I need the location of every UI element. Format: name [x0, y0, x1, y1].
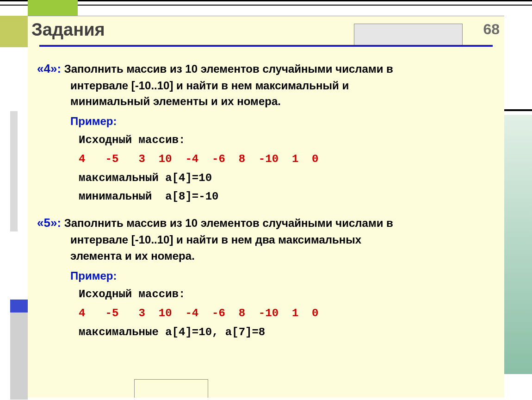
deco-left-gray — [10, 111, 18, 231]
task5-label: «5»: — [37, 216, 61, 230]
deco-top-gray-box — [354, 24, 463, 46]
deco-left-gray2 — [10, 312, 28, 400]
task5-max: максимальные a[4]=10, a[7]=8 — [37, 325, 495, 341]
task-5: «5»: Заполнить массив из 10 элементов сл… — [37, 214, 495, 340]
task5-src-label: Исходный массив: — [37, 287, 495, 303]
content-area: «4»: Заполнить массив из 10 элементов сл… — [37, 60, 495, 341]
deco-left-olive — [0, 16, 28, 47]
top-border — [0, 0, 532, 1]
page-number: 68 — [483, 21, 500, 38]
deco-left-blue — [10, 300, 28, 312]
task5-array: 4 -5 3 10 -4 -6 8 -10 1 0 — [37, 306, 495, 322]
task4-label: «4»: — [37, 62, 61, 75]
task5-line3: элемента и их номера. — [37, 248, 495, 264]
title-underline — [39, 45, 493, 47]
slide-title: Задания — [31, 20, 105, 40]
task4-example-label: Пример: — [37, 113, 495, 130]
task4-array: 4 -5 3 10 -4 -6 8 -10 1 0 — [37, 151, 495, 168]
slide-body: 68 Задания «4»: Заполнить массив из 10 э… — [28, 16, 504, 398]
task4-line1: Заполнить массив из 10 элементов случайн… — [64, 62, 393, 75]
deco-right-gradient — [504, 115, 532, 374]
top-border-2 — [0, 5, 532, 6]
task4-src-label: Исходный массив: — [37, 132, 495, 149]
task4-min: минимальный a[8]=-10 — [37, 189, 495, 205]
task4-line3: минимальный элементы и их номера. — [37, 94, 495, 110]
task4-line2: интервале [-10..10] и найти в нем максим… — [37, 78, 495, 94]
task4-max: максимальный a[4]=10 — [37, 170, 495, 187]
deco-bottom-box — [134, 379, 208, 398]
deco-green-square — [28, 0, 78, 16]
task5-line2: интервале [-10..10] и найти в нем два ма… — [37, 232, 495, 248]
task5-line1: Заполнить массив из 10 элементов случайн… — [64, 217, 393, 229]
task5-example-label: Пример: — [37, 268, 495, 284]
task-4: «4»: Заполнить массив из 10 элементов сл… — [37, 60, 495, 205]
